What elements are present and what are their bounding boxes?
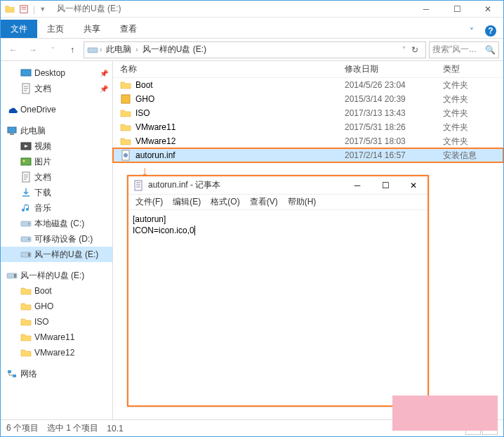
svg-point-22 [124,153,128,157]
notepad-close-button[interactable]: ✕ [399,176,427,195]
tree-pc-6[interactable]: 可移动设备 (D:) [1,231,112,247]
col-type[interactable]: 类型 [443,63,503,75]
menu-view[interactable]: 查看(V) [246,195,282,209]
properties-icon[interactable] [19,4,29,14]
file-type: 文件夹 [443,122,468,133]
file-row-5[interactable]: autorun.inf 2017/2/14 16:57 安装信息 [113,148,503,162]
file-row-0[interactable]: Boot 2014/5/26 23:04 文件夹 [113,78,503,92]
notepad-menubar: 文件(F) 编辑(E) 格式(O) 查看(V) 帮助(H) [128,195,427,210]
menu-edit[interactable]: 编辑(E) [168,195,205,209]
status-size: 10.1 [107,424,123,433]
tree-pc-3[interactable]: 下载 [1,185,112,200]
overlay-watermark [392,396,498,431]
tree-usb-4[interactable]: VMware12 [1,345,112,360]
tree-thispc[interactable]: 此电脑 [1,123,112,138]
tree-pc-2[interactable]: 文档 [1,169,112,185]
file-name: Boot [135,80,153,90]
file-row-2[interactable]: ISO 2017/3/13 13:43 文件夹 [113,106,503,120]
svg-rect-15 [28,253,30,256]
file-date: 2017/5/31 18:26 [345,122,443,132]
svg-point-8 [23,160,25,162]
notepad-icon [133,180,144,191]
pin-icon: 📌 [100,70,108,77]
tree-usb-0[interactable]: Boot [1,283,112,299]
tree-pc-0[interactable]: 视频 [1,138,112,154]
notepad-minimize-button[interactable]: ─ [343,176,371,195]
maximize-button[interactable]: ☐ [442,1,472,18]
file-date: 2015/3/14 20:39 [345,94,443,104]
ribbon-tab-share[interactable]: 共享 [74,20,110,38]
col-name[interactable]: 名称 [113,63,345,75]
notepad-text-area[interactable]: [autorun] ICON=icon.ico,0 [128,210,427,238]
tree-quick-1[interactable]: 文档📌 [1,81,112,96]
svg-point-13 [28,239,29,240]
svg-rect-2 [21,70,31,76]
col-date[interactable]: 修改日期 [345,63,443,75]
refresh-button[interactable]: ↻ [407,45,423,55]
window-titlebar: | ▼ 风一样的U盘 (E:) ─ ☐ ✕ [1,1,503,18]
svg-point-11 [28,223,29,225]
ribbon-tab-home[interactable]: 主页 [37,20,74,38]
tree-onedrive[interactable]: OneDrive [1,102,112,117]
crumb-thispc[interactable]: 此电脑 [103,44,134,56]
crumb-current[interactable]: 风一样的U盘 (E:) [140,44,209,56]
drive-icon [87,44,98,56]
status-count: 6 个项目 [6,422,39,434]
tree-usb-root[interactable]: 风一样的U盘 (E:) [1,268,112,283]
address-bar: ← → ˅ ↑ › 此电脑 › 风一样的U盘 (E:) ˅ ↻ 搜索"风一...… [1,39,503,61]
notepad-maximize-button[interactable]: ☐ [371,176,399,195]
close-button[interactable]: ✕ [472,1,503,18]
tree-quick-0[interactable]: Desktop📌 [1,65,112,81]
back-button[interactable]: ← [5,41,22,58]
notepad-titlebar[interactable]: autorun.inf - 记事本 ─ ☐ ✕ [128,176,427,195]
file-name: ISO [135,108,150,118]
search-icon: 🔍 [485,45,496,55]
menu-format[interactable]: 格式(O) [206,195,244,209]
tree-usb-1[interactable]: GHO [1,299,112,314]
file-name: autorun.inf [135,150,175,160]
notepad-window: autorun.inf - 记事本 ─ ☐ ✕ 文件(F) 编辑(E) 格式(O… [127,175,429,407]
search-input[interactable]: 搜索"风一... 🔍 [429,41,499,58]
ribbon: 文件 主页 共享 查看 ˅ ? [1,18,503,39]
nav-tree[interactable]: Desktop📌文档📌OneDrive此电脑视频图片文档下载音乐本地磁盘 (C:… [1,61,113,431]
chevron-right-icon[interactable]: › [100,46,102,53]
qat-dropdown-icon[interactable]: ▼ [39,6,46,13]
tree-usb-3[interactable]: VMware11 [1,330,112,345]
help-icon[interactable]: ? [485,25,496,37]
tree-pc-1[interactable]: 图片 [1,154,112,169]
minimize-button[interactable]: ─ [411,1,442,18]
forward-button: → [25,41,41,58]
file-row-3[interactable]: VMware11 2017/5/31 18:26 文件夹 [113,120,503,134]
pin-icon: 📌 [100,85,108,93]
ribbon-tab-view[interactable]: 查看 [110,20,147,38]
chevron-right-icon[interactable]: › [135,46,138,53]
tree-pc-7[interactable]: 风一样的U盘 (E:) [1,247,112,262]
svg-rect-1 [88,48,98,53]
file-list[interactable]: 名称 修改日期 类型 Boot 2014/5/26 23:04 文件夹 GHO … [113,61,503,431]
breadcrumb[interactable]: › 此电脑 › 风一样的U盘 (E:) ˅ ↻ [84,41,426,58]
file-row-1[interactable]: GHO 2015/3/14 20:39 文件夹 [113,92,503,106]
tree-pc-5[interactable]: 本地磁盘 (C:) [1,216,112,231]
tree-network[interactable]: 网络 [1,366,112,381]
svg-rect-5 [10,133,14,135]
file-type: 文件夹 [443,79,468,91]
tree-pc-4[interactable]: 音乐 [1,200,112,216]
file-type: 文件夹 [443,93,468,105]
recent-dropdown[interactable]: ˅ [44,41,61,58]
svg-rect-20 [121,95,130,103]
tree-usb-2[interactable]: ISO [1,314,112,330]
column-headers[interactable]: 名称 修改日期 类型 [113,61,503,78]
svg-rect-7 [21,158,31,165]
search-placeholder: 搜索"风一... [432,44,476,56]
svg-rect-4 [8,127,16,133]
address-dropdown-icon[interactable]: ˅ [402,46,406,53]
file-row-4[interactable]: VMware12 2017/5/31 18:03 文件夹 [113,134,503,148]
ribbon-file-tab[interactable]: 文件 [1,20,37,38]
menu-help[interactable]: 帮助(H) [284,195,321,209]
file-type: 文件夹 [443,107,468,119]
up-button[interactable]: ↑ [64,41,81,58]
menu-file[interactable]: 文件(F) [131,195,167,209]
file-type: 安装信息 [443,150,477,162]
file-name: VMware12 [135,136,175,146]
ribbon-expand-icon[interactable]: ˅ [465,25,478,38]
